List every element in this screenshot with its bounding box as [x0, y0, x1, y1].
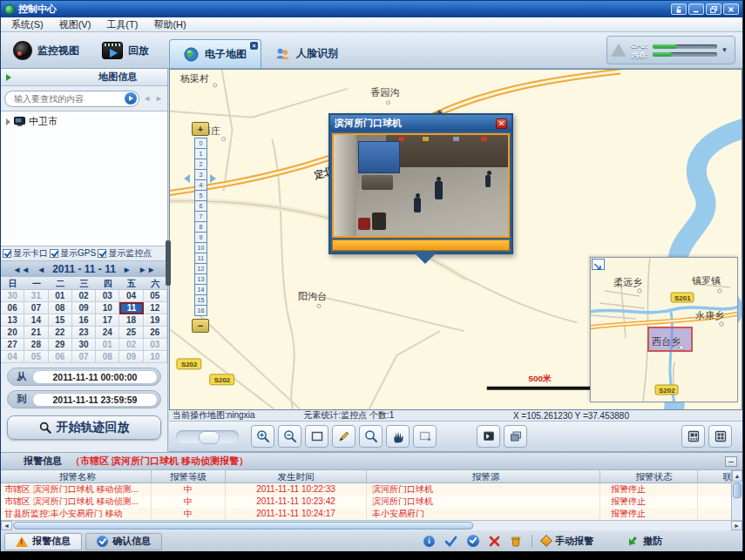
map-canvas[interactable]: 杨渠村 南庄 香园沟 阳沟台 定北高速 定北高速 S202 S202 500米 [169, 69, 742, 410]
calendar-day[interactable]: 09 [72, 302, 96, 314]
tree-item-city[interactable]: 中卫市 [6, 115, 162, 128]
zoom-in-level-button[interactable]: + [192, 122, 209, 136]
calendar-day[interactable]: 01 [96, 339, 119, 351]
zoom-left-arrow-icon[interactable] [184, 174, 190, 183]
zoom-out-tool-button[interactable] [278, 425, 301, 448]
system-status-widget[interactable]: CPU: 内存: ▼ [606, 36, 735, 64]
calendar-day[interactable]: 02 [119, 339, 143, 351]
search-next-icon[interactable]: ► [154, 94, 164, 103]
calendar-day[interactable]: 10 [144, 351, 167, 363]
calendar-day[interactable]: 30 [1, 290, 24, 302]
calendar-day[interactable]: 26 [144, 327, 167, 339]
minimize-button[interactable] [688, 3, 704, 15]
camera-video-feed[interactable] [334, 135, 508, 236]
alarm-column-header[interactable]: 报警名称 [1, 470, 152, 482]
calendar-day[interactable]: 22 [49, 327, 72, 339]
calendar-day[interactable]: 19 [144, 314, 167, 327]
calendar-day[interactable]: 05 [144, 290, 167, 302]
calendar-day[interactable]: 24 [96, 327, 119, 339]
calendar-day[interactable]: 23 [72, 327, 96, 339]
zoom-area-tool-button[interactable] [359, 425, 383, 448]
calendar-day[interactable]: 21 [24, 327, 48, 339]
calendar-day[interactable]: 18 [119, 314, 143, 327]
restore-button[interactable] [706, 3, 721, 15]
calendar-day[interactable]: 29 [49, 339, 72, 351]
alarm-column-header[interactable]: 报警源 [367, 470, 600, 482]
search-prev-icon[interactable]: ◄ [142, 94, 152, 103]
bottom-tab-alarm-info[interactable]: 报警信息 [4, 533, 82, 550]
monitor-view-button[interactable]: 监控视图 [6, 37, 86, 64]
calendar-day[interactable]: 10 [96, 302, 119, 314]
alarm-horizontal-scrollbar[interactable]: ◄ ► [1, 520, 742, 530]
calendar-day[interactable]: 14 [24, 314, 48, 327]
playback-button[interactable]: 回放 [95, 37, 156, 64]
alarm-row[interactable]: 市辖区 滨河所门口球机 移动侦测...中2011-11-11 10:23:42滨… [1, 496, 742, 508]
alarm-vertical-scrollbar[interactable]: ▲ [731, 470, 742, 520]
alarm-row[interactable]: 甘县所监控:丰小安易府门 移动中2011-11-11 10:24:17丰小安易府… [1, 508, 742, 520]
calendar-day[interactable]: 20 [1, 327, 24, 339]
minimap-collapse-button[interactable] [592, 259, 605, 270]
alarm-column-header[interactable]: 报警状态 [600, 470, 698, 482]
calendar-next-year-icon[interactable]: ►► [139, 265, 156, 274]
alarm-row[interactable]: 市辖区 滨河所门口球机 移动侦测...中2011-11-11 10:22:33滨… [1, 483, 742, 496]
sidebar-splitter-handle[interactable] [166, 240, 171, 286]
close-button[interactable] [723, 3, 739, 15]
minimap[interactable]: 柔远乡 镇罗镇 永康乡 西台乡 S201 S202 [590, 257, 738, 402]
calendar-day[interactable]: 06 [1, 302, 24, 314]
calendar-day[interactable]: 06 [49, 351, 72, 363]
scroll-right-icon[interactable]: ► [731, 521, 742, 530]
calendar-day[interactable]: 27 [1, 339, 24, 351]
start-track-playback-button[interactable]: 开始轨迹回放 [7, 415, 161, 440]
scroll-left-icon[interactable]: ◄ [1, 521, 12, 530]
menu-item[interactable]: 视图(V) [52, 17, 98, 32]
calendar-day[interactable]: 31 [24, 290, 48, 302]
camera-popup[interactable]: 滨河所门口球机 ✕ [328, 113, 513, 254]
menu-item[interactable]: 系统(S) [4, 17, 51, 32]
calendar-day[interactable]: 05 [24, 351, 48, 363]
calendar-day[interactable]: 28 [24, 339, 48, 351]
layers-button[interactable] [504, 425, 527, 448]
alarm-column-header[interactable]: 发生时间 [226, 470, 367, 482]
alarm-minimize-button[interactable]: – [725, 456, 737, 467]
calendar-day[interactable]: 07 [24, 302, 48, 314]
layer-checkbox[interactable]: 显示监控点 [98, 247, 152, 260]
calendar-day[interactable]: 11 [119, 302, 143, 314]
manual-alarm-button[interactable]: 手动报警 [542, 535, 593, 548]
calendar-day[interactable]: 08 [96, 351, 119, 363]
checkbox-icon[interactable] [3, 249, 11, 258]
zoom-right-arrow-icon[interactable] [210, 174, 216, 183]
calendar-day[interactable]: 13 [1, 314, 24, 327]
check-icon[interactable] [444, 536, 457, 547]
tree-expand-icon[interactable] [6, 118, 10, 125]
calendar-day[interactable]: 04 [1, 351, 24, 363]
calendar-day[interactable]: 08 [49, 302, 72, 314]
calendar-day[interactable]: 07 [72, 351, 96, 363]
popup-control-bar[interactable] [332, 240, 510, 251]
layer-checkbox[interactable]: 显示GPS [50, 247, 96, 260]
alarm-column-header[interactable]: 报警等级 [152, 470, 226, 482]
popup-close-icon[interactable]: ✕ [496, 118, 507, 129]
zoom-out-level-button[interactable]: − [192, 319, 209, 333]
calendar-day[interactable]: 17 [96, 314, 119, 327]
calendar-day[interactable]: 16 [72, 314, 96, 327]
confirm-all-icon[interactable] [467, 535, 479, 547]
layer-checkbox[interactable]: 显示卡口 [3, 247, 48, 260]
calendar-day[interactable]: 01 [49, 290, 72, 302]
region-select-tool-button[interactable] [413, 425, 437, 448]
fullscreen-button[interactable] [708, 425, 732, 448]
calendar-day[interactable]: 15 [49, 314, 72, 327]
calendar-day[interactable]: 03 [144, 339, 167, 351]
calendar-day[interactable]: 25 [119, 327, 143, 339]
calendar-next-month-icon[interactable]: ► [123, 265, 132, 274]
checkbox-icon[interactable] [98, 249, 106, 258]
pin-button[interactable] [671, 3, 687, 15]
camera-popup-titlebar[interactable]: 滨河所门口球机 ✕ [330, 115, 511, 132]
chevron-down-icon[interactable]: ▼ [721, 46, 728, 54]
calendar-day[interactable]: 09 [119, 351, 143, 363]
screen-mode-button[interactable] [477, 425, 500, 448]
map-zoom-slider[interactable] [176, 430, 239, 443]
checkbox-icon[interactable] [50, 249, 58, 258]
calendar-day[interactable]: 04 [119, 290, 143, 302]
measure-tool-button[interactable] [332, 425, 356, 448]
calendar-day[interactable]: 30 [72, 339, 96, 351]
